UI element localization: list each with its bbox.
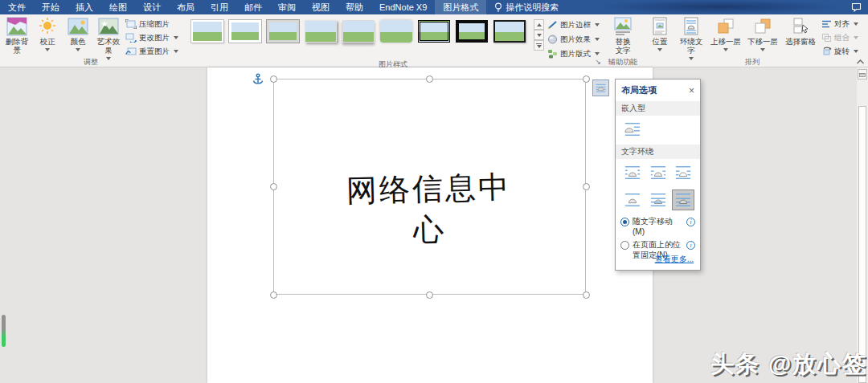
bring-forward-button[interactable]: 上移一层 [707, 15, 744, 57]
reset-picture-button[interactable]: 重置图片 [125, 46, 178, 57]
tab-endnote[interactable]: EndNote X9 [371, 0, 435, 14]
send-backward-button[interactable]: 下移一层 [744, 15, 781, 57]
picture-style-thumb[interactable] [191, 20, 223, 43]
selection-handle[interactable] [583, 183, 590, 190]
reset-picture-icon [125, 47, 137, 56]
tab-picture-format[interactable]: 图片格式 [435, 0, 486, 14]
wrap-option-square[interactable] [621, 162, 644, 183]
gallery-scroll-down-button[interactable] [534, 30, 544, 40]
dropdown-caret-icon [723, 48, 728, 51]
picture-style-thumb[interactable] [380, 20, 412, 43]
tab-draw[interactable]: 绘图 [101, 0, 135, 14]
position-button[interactable]: 位置 [645, 15, 675, 57]
crop-button[interactable]: 裁剪 [865, 15, 868, 57]
selection-handle[interactable] [583, 291, 590, 299]
tab-file[interactable]: 文件 [0, 0, 34, 14]
send-backward-icon [753, 17, 772, 36]
wrap-option-behind-text[interactable] [647, 189, 669, 210]
picture-style-thumb[interactable] [229, 20, 261, 43]
tell-me-label: 操作说明搜索 [506, 2, 559, 14]
comments-icon[interactable] [851, 2, 862, 12]
picture-style-thumb[interactable] [456, 20, 488, 43]
wrap-text-label: 环绕文字 [678, 38, 704, 55]
rotate-button[interactable]: 旋转 [821, 46, 858, 57]
picture-effects-icon [547, 35, 558, 44]
tab-layout[interactable]: 布局 [169, 0, 203, 14]
see-more-link[interactable]: 查看更多... [655, 254, 694, 265]
close-icon[interactable]: × [689, 87, 694, 95]
corrections-button[interactable]: 校正 [32, 15, 63, 57]
compress-pictures-label: 压缩图片 [139, 19, 170, 30]
layout-options-button[interactable] [592, 79, 609, 96]
down-arrow-icon [537, 45, 542, 48]
blurred-document-title [599, 0, 840, 14]
wrap-option-top-bottom[interactable] [621, 189, 644, 210]
dropdown-caret-icon [854, 22, 858, 26]
dialog-launcher-icon[interactable]: ↘ [595, 58, 601, 66]
info-icon[interactable]: i [686, 241, 695, 250]
wrap-text-icon [682, 17, 700, 36]
group-label-accessibility: 辅助功能 [606, 57, 640, 67]
dropdown-caret-icon [174, 50, 178, 53]
group-objects-icon [821, 33, 832, 43]
compress-pictures-button[interactable]: 压缩图片 [125, 18, 178, 30]
collapse-ribbon-button[interactable] [856, 59, 865, 65]
radio-move-label: 随文字移动(M) [633, 217, 683, 237]
wrap-text-button[interactable]: 环绕文字 [675, 15, 707, 57]
wrap-option-tight[interactable] [647, 162, 669, 183]
picture-border-button[interactable]: 图片边框 [547, 19, 600, 31]
tab-insert[interactable]: 插入 [68, 0, 101, 14]
tab-home[interactable]: 开始 [34, 0, 68, 14]
artistic-effects-button[interactable]: 艺术效果 [93, 15, 124, 57]
ribbon-group-picture-styles: 图片边框 图片效果 图片版式 [183, 14, 603, 67]
dropdown-caret-icon [76, 48, 80, 51]
info-icon[interactable]: i [686, 218, 695, 226]
tab-view[interactable]: 视图 [304, 0, 338, 14]
wrap-option-in-front[interactable] [672, 189, 694, 210]
selection-handle[interactable] [426, 75, 433, 83]
change-picture-label: 更改图片 [139, 33, 170, 43]
tab-help[interactable]: 帮助 [338, 0, 371, 14]
dropdown-caret-icon [595, 38, 600, 41]
layout-options-panel: 布局选项 × 嵌入型 文字环绕 [615, 79, 701, 271]
tab-design[interactable]: 设计 [135, 0, 169, 14]
picture-style-thumb[interactable] [267, 20, 299, 43]
ruler-toggle-button[interactable] [858, 69, 867, 79]
selection-handle[interactable] [583, 75, 590, 83]
tab-review[interactable]: 审阅 [270, 0, 304, 14]
radio-move-with-text[interactable]: 随文字移动(M) i [616, 214, 700, 237]
tab-references[interactable]: 引用 [203, 0, 236, 14]
up-arrow-icon [537, 23, 542, 26]
selection-handle[interactable] [270, 291, 277, 299]
picture-effects-button[interactable]: 图片效果 [547, 34, 600, 45]
picture-layout-button[interactable]: 图片版式 [547, 48, 600, 59]
group-button: 组合 [821, 32, 858, 43]
tell-me-search[interactable]: 操作说明搜索 [486, 0, 567, 14]
change-picture-button[interactable]: 更改图片 [125, 32, 178, 43]
alt-text-button[interactable]: 替换文字 [606, 15, 640, 57]
selection-handle[interactable] [426, 291, 433, 299]
align-icon [821, 19, 832, 29]
gallery-scroll-up-button[interactable] [534, 19, 544, 30]
remove-background-button[interactable]: 删除背景 [2, 15, 32, 57]
gallery-more-button[interactable] [534, 40, 544, 51]
selection-handle[interactable] [270, 183, 277, 190]
dropdown-caret-icon [760, 48, 765, 51]
scrollbar-thumb[interactable] [858, 106, 866, 383]
align-label: 对齐 [834, 19, 850, 30]
selection-pane-button[interactable]: 选择窗格 [781, 15, 820, 57]
align-button[interactable]: 对齐 [821, 18, 858, 30]
wrap-option-through[interactable] [672, 162, 694, 183]
picture-style-thumb[interactable] [305, 20, 337, 43]
tab-mailings[interactable]: 邮件 [236, 0, 270, 14]
picture-style-thumb[interactable] [342, 20, 375, 43]
picture-style-thumb[interactable] [418, 20, 450, 43]
color-picture-icon [68, 17, 88, 36]
color-button[interactable]: 颜色 [63, 15, 93, 57]
wrap-option-inline[interactable] [621, 119, 644, 140]
alt-text-icon [612, 17, 633, 36]
alt-text-label: 替换文字 [613, 38, 633, 55]
group-label-adjust: 调整 [2, 57, 180, 67]
picture-style-thumb[interactable] [493, 20, 526, 43]
selection-handle[interactable] [270, 75, 277, 83]
